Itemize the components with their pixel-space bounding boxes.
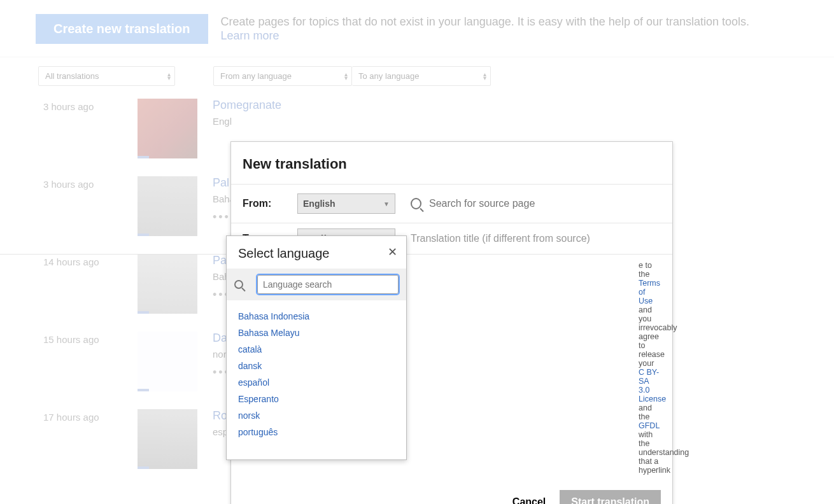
create-translation-button[interactable]: Create new translation: [36, 14, 208, 44]
from-language-value: English: [303, 199, 336, 209]
language-option[interactable]: norsk: [238, 407, 395, 424]
language-option[interactable]: português: [238, 424, 395, 440]
from-label: From:: [243, 198, 297, 209]
cancel-button[interactable]: Cancel: [512, 496, 546, 504]
source-page-search-input[interactable]: [429, 198, 661, 209]
filter-all-label: All translations: [45, 71, 99, 81]
cc-license-link[interactable]: C BY-SA 3.0 License: [639, 368, 666, 403]
chevron-updown-icon: ▴▾: [344, 73, 348, 80]
filter-to-language[interactable]: To any language ▴▾: [352, 66, 491, 86]
language-option[interactable]: català: [238, 341, 395, 358]
filter-from-language[interactable]: From any language ▴▾: [213, 66, 352, 86]
translation-title-input[interactable]: Translation title (if different from sou…: [411, 229, 590, 248]
topbar-subtitle: Create pages for topics that do not exis…: [221, 14, 749, 29]
language-search-input[interactable]: [257, 275, 399, 294]
row-thumbnail: [138, 99, 197, 158]
chevron-updown-icon: ▴▾: [483, 73, 486, 80]
filter-all-translations[interactable]: All translations ▴▾: [38, 66, 175, 86]
learn-more-link[interactable]: Learn more: [221, 29, 279, 42]
row-title[interactable]: Pomegranate: [213, 99, 281, 112]
close-icon[interactable]: ✕: [388, 245, 397, 259]
row-timestamp: 3 hours ago: [43, 99, 138, 158]
row-thumbnail: [138, 176, 197, 236]
search-icon: [234, 280, 243, 289]
chevron-updown-icon: ▴▾: [167, 73, 171, 80]
gfdl-link[interactable]: GFDL: [639, 421, 660, 430]
filter-to-label: To any language: [358, 71, 419, 81]
modal-title: New translation: [231, 142, 672, 184]
row-language: Engl: [213, 116, 281, 127]
search-icon: [411, 198, 421, 209]
terms-of-use-link[interactable]: Terms of Use: [639, 279, 660, 305]
language-option[interactable]: Bahasa Melayu: [238, 325, 395, 341]
select-language-popover: Select language ✕ Bahasa IndonesiaBahasa…: [226, 235, 407, 460]
start-translation-button[interactable]: Start translation: [560, 490, 661, 504]
language-option[interactable]: dansk: [238, 358, 395, 374]
filter-from-label: From any language: [220, 71, 292, 81]
language-option[interactable]: español: [238, 374, 395, 391]
row-timestamp: 3 hours ago: [43, 176, 138, 236]
chevron-down-icon: ▼: [383, 200, 390, 207]
language-option[interactable]: Bahasa Indonesia: [238, 308, 395, 325]
language-option[interactable]: Esperanto: [238, 391, 395, 407]
popover-title: Select language: [238, 245, 329, 262]
from-language-select[interactable]: English ▼: [297, 193, 395, 214]
